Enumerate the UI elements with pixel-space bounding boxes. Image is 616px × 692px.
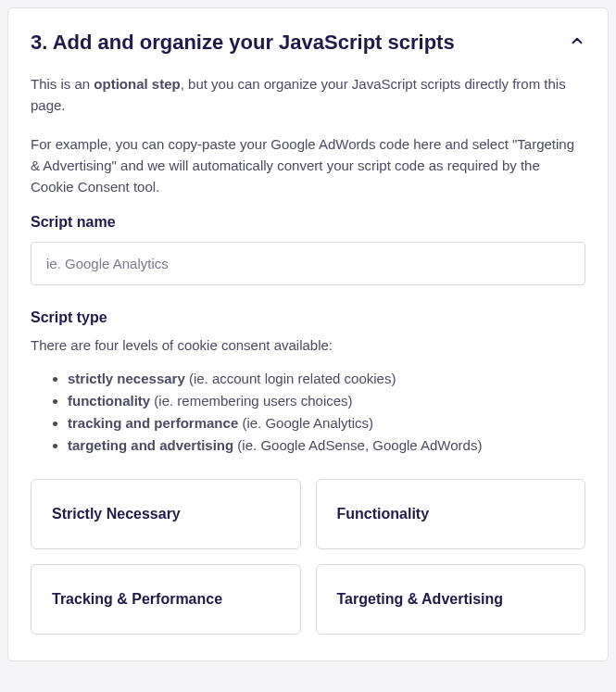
card-header: 3. Add and organize your JavaScript scri…	[31, 31, 585, 55]
level-desc: (ie. account login related cookies)	[185, 371, 396, 386]
intro-prefix: This is an	[31, 76, 94, 92]
cookie-levels-list: strictly necessary (ie. account login re…	[31, 368, 585, 457]
card-title: 3. Add and organize your JavaScript scri…	[31, 31, 455, 55]
list-item: functionality (ie. remembering users cho…	[68, 390, 585, 412]
level-desc: (ie. Google Analytics)	[238, 415, 373, 431]
option-functionality[interactable]: Functionality	[316, 479, 586, 549]
intro-bold: optional step	[94, 76, 180, 92]
list-item: targeting and advertising (ie. Google Ad…	[68, 434, 585, 457]
list-item: strictly necessary (ie. account login re…	[68, 368, 585, 390]
intro-text: This is an optional step, but you can or…	[31, 73, 585, 117]
script-name-label: Script name	[31, 214, 585, 231]
step-card: 3. Add and organize your JavaScript scri…	[7, 7, 609, 661]
level-term: tracking and performance	[68, 415, 238, 431]
list-item: tracking and performance (ie. Google Ana…	[68, 412, 585, 434]
script-name-input[interactable]	[31, 242, 585, 285]
option-strictly-necessary[interactable]: Strictly Necessary	[31, 479, 301, 549]
script-type-options: Strictly Necessary Functionality Trackin…	[31, 479, 585, 635]
level-term: functionality	[68, 393, 150, 409]
level-term: strictly necessary	[68, 371, 185, 386]
chevron-up-icon[interactable]	[569, 32, 585, 53]
level-term: targeting and advertising	[68, 437, 233, 453]
example-text: For example, you can copy-paste your Goo…	[31, 133, 585, 198]
level-desc: (ie. remembering users choices)	[150, 393, 352, 409]
script-type-helper: There are four levels of cookie consent …	[31, 337, 585, 353]
level-desc: (ie. Google AdSense, Google AdWords)	[233, 437, 482, 453]
script-type-label: Script type	[31, 309, 585, 326]
option-tracking-performance[interactable]: Tracking & Performance	[31, 564, 301, 635]
option-targeting-advertising[interactable]: Targeting & Advertising	[316, 564, 586, 635]
